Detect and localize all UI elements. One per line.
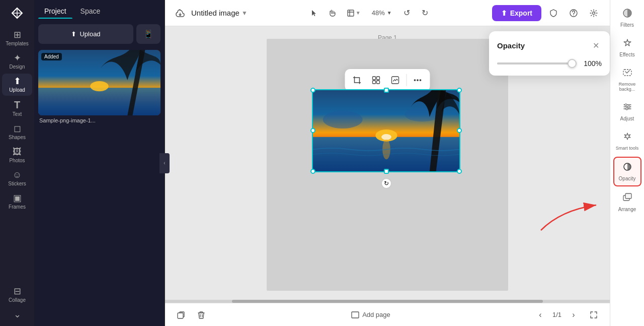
- rotate-handle[interactable]: ↻: [381, 178, 392, 189]
- svg-point-15: [381, 134, 391, 140]
- add-page-button[interactable]: Add page: [346, 307, 395, 323]
- image-grid: Added Sample-png-image-1...: [38, 50, 160, 125]
- fullscreen-button[interactable]: [586, 307, 602, 323]
- more-options-button[interactable]: •••: [409, 71, 427, 89]
- list-item[interactable]: Added Sample-png-image-1...: [38, 50, 160, 125]
- svg-rect-7: [373, 77, 376, 80]
- right-panel-opacity[interactable]: Opacity: [613, 157, 641, 186]
- zoom-control[interactable]: 48% ▼: [367, 7, 397, 19]
- shapes-icon: ◻: [14, 124, 21, 133]
- sidebar-item-label: Templates: [6, 41, 29, 46]
- export-button[interactable]: ⬆ Export: [492, 5, 541, 21]
- undo-button[interactable]: ↺: [399, 5, 415, 21]
- opacity-slider[interactable]: [497, 62, 577, 64]
- svg-point-2: [90, 81, 108, 91]
- svg-point-18: [405, 107, 439, 121]
- adjust-icon: [622, 102, 632, 114]
- horizontal-scrollbar[interactable]: [165, 300, 610, 303]
- upload-icon: ⬆: [14, 77, 21, 86]
- sidebar-item-more[interactable]: ⌄: [2, 307, 32, 322]
- app-logo[interactable]: [8, 4, 26, 22]
- image-filename: Sample-png-image-1...: [38, 115, 160, 125]
- resize-handle-top-right[interactable]: [457, 88, 462, 93]
- frames-icon: ▣: [13, 193, 22, 203]
- panel-content: ⬆ Upload 📱: [34, 18, 165, 326]
- next-page-button[interactable]: ›: [566, 307, 582, 323]
- resize-handle-bottom-left[interactable]: [310, 169, 315, 174]
- undo-icon: ↺: [404, 8, 410, 18]
- collage-icon: ⊟: [14, 287, 21, 296]
- hand-tool-button[interactable]: [325, 5, 341, 21]
- templates-icon: ⊞: [14, 30, 21, 39]
- sidebar-item-label: Stickers: [8, 181, 26, 186]
- toolbar-left: Untitled image ▼: [173, 6, 248, 20]
- smart-tools-label: Smart tools: [616, 146, 639, 151]
- opacity-slider-row: 100%: [497, 59, 602, 68]
- upload-button[interactable]: ⬆ Upload: [38, 24, 133, 44]
- chevron-down-icon: ⌄: [14, 310, 21, 319]
- view-options-button[interactable]: ▼: [343, 5, 365, 21]
- svg-rect-3: [348, 10, 354, 16]
- opacity-close-button[interactable]: ✕: [590, 39, 602, 51]
- right-panel: Filters Effects Remove backg... Adj: [610, 0, 644, 326]
- opacity-value: 100%: [582, 59, 602, 68]
- opacity-slider-thumb[interactable]: [568, 59, 577, 68]
- sidebar-item-frames[interactable]: ▣ Frames: [2, 190, 32, 213]
- resize-handle-top-left[interactable]: [310, 88, 315, 93]
- right-panel-filters[interactable]: Filters: [613, 4, 641, 32]
- right-panel-arrange[interactable]: Arrange: [613, 188, 641, 216]
- right-panel-smart-tools[interactable]: Smart tools: [613, 127, 641, 155]
- right-panel-adjust[interactable]: Adjust: [613, 98, 641, 125]
- crop-button[interactable]: [348, 71, 366, 89]
- remove-bg-icon: [622, 68, 632, 80]
- resize-handle-middle-right[interactable]: [457, 128, 462, 133]
- tab-space[interactable]: Space: [74, 4, 107, 18]
- tab-project[interactable]: Project: [38, 4, 72, 18]
- resize-handle-bottom-right[interactable]: [457, 169, 462, 174]
- scrollbar-thumb[interactable]: [232, 300, 543, 303]
- smart-crop-button[interactable]: [367, 71, 385, 89]
- sidebar-item-text[interactable]: T Text: [2, 97, 32, 120]
- effects-label: Effects: [619, 52, 634, 57]
- redo-button[interactable]: ↻: [417, 5, 433, 21]
- svg-rect-19: [178, 313, 183, 318]
- cloud-save-icon: [173, 6, 187, 20]
- resize-handle-middle-left[interactable]: [310, 128, 315, 133]
- sidebar-item-label: Photos: [9, 158, 25, 163]
- document-title[interactable]: Untitled image ▼: [191, 9, 248, 17]
- delete-page-button[interactable]: [193, 307, 209, 323]
- sidebar-item-collage[interactable]: ⊟ Collage: [2, 284, 32, 306]
- opacity-icon: [622, 162, 632, 174]
- image-thumbnail: Added: [38, 50, 160, 115]
- settings-button[interactable]: [586, 5, 602, 21]
- right-panel-effects[interactable]: Effects: [613, 34, 641, 61]
- help-button[interactable]: [566, 5, 582, 21]
- text-icon: T: [14, 100, 20, 110]
- sidebar-item-design[interactable]: ✦ Design: [2, 50, 32, 73]
- opacity-title: Opacity: [497, 41, 525, 50]
- mobile-button[interactable]: 📱: [136, 24, 160, 44]
- upload-arrow-icon: ⬆: [71, 30, 76, 38]
- replace-button[interactable]: [386, 71, 405, 89]
- arrange-label: Arrange: [618, 207, 636, 212]
- select-tool-button[interactable]: [306, 5, 323, 21]
- sidebar-item-photos[interactable]: 🖼 Photos: [2, 144, 32, 166]
- canvas-page[interactable]: •••: [267, 39, 508, 291]
- bottom-toolbar: Add page ‹ 1/1 ›: [165, 303, 610, 326]
- duplicate-page-button[interactable]: [173, 307, 189, 323]
- opacity-label: Opacity: [619, 176, 636, 181]
- sidebar-item-templates[interactable]: ⊞ Templates: [2, 27, 32, 49]
- chevron-down-icon: ▼: [356, 10, 361, 16]
- collapse-panel-handle[interactable]: ‹: [159, 153, 170, 173]
- sidebar-item-upload[interactable]: ⬆ Upload: [2, 74, 32, 96]
- bottom-right-actions: ‹ 1/1 ›: [532, 307, 602, 323]
- arrange-icon: [622, 192, 632, 205]
- prev-page-button[interactable]: ‹: [532, 307, 548, 323]
- sidebar-item-stickers[interactable]: ☺ Stickers: [2, 167, 32, 189]
- shield-button[interactable]: [545, 5, 561, 21]
- sidebar-item-shapes[interactable]: ◻ Shapes: [2, 121, 32, 143]
- selected-image[interactable]: ↻: [312, 89, 460, 172]
- right-panel-remove-bg[interactable]: Remove backg...: [613, 63, 641, 96]
- resize-handle-top-middle[interactable]: [384, 88, 389, 93]
- resize-handle-bottom-middle[interactable]: [384, 169, 389, 174]
